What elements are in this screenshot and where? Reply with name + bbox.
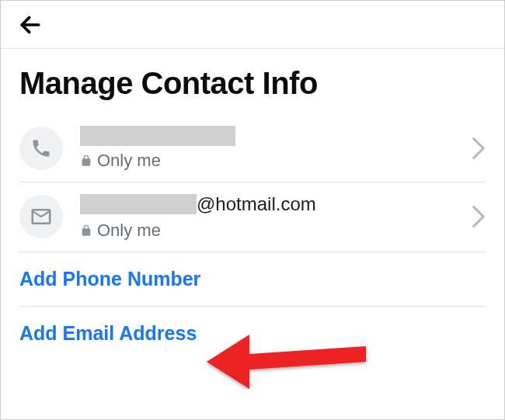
add-phone-row[interactable]: Add Phone Number — [19, 252, 486, 307]
email-value: @hotmail.com — [80, 193, 465, 216]
phone-icon-circle — [19, 127, 63, 170]
page-title-wrap: Manage Contact Info — [1, 49, 504, 115]
phone-icon — [30, 137, 52, 159]
phone-redacted — [80, 126, 235, 146]
phone-value — [80, 126, 465, 146]
email-privacy-text: Only me — [97, 220, 161, 241]
top-bar — [1, 1, 504, 49]
phone-row[interactable]: Only me — [19, 115, 486, 182]
lock-icon — [80, 224, 92, 237]
email-privacy: Only me — [80, 220, 465, 241]
phone-privacy-text: Only me — [97, 151, 161, 171]
email-redacted — [80, 194, 197, 214]
add-email-row[interactable]: Add Email Address — [19, 307, 486, 360]
back-arrow-icon — [18, 12, 43, 37]
email-row[interactable]: @hotmail.com Only me — [19, 182, 486, 252]
contact-list: Only me @hotmail.com Only me — [1, 115, 504, 360]
back-button[interactable] — [15, 9, 46, 40]
envelope-icon — [30, 205, 53, 228]
chevron-right-icon — [472, 206, 486, 227]
add-email-link: Add Email Address — [19, 322, 197, 344]
email-content: @hotmail.com Only me — [80, 193, 465, 241]
email-suffix: @hotmail.com — [197, 193, 316, 216]
lock-icon — [80, 154, 92, 167]
page-title: Manage Contact Info — [19, 66, 486, 101]
phone-privacy: Only me — [80, 151, 465, 171]
chevron-right-icon — [472, 137, 486, 159]
add-phone-link: Add Phone Number — [19, 268, 200, 290]
email-icon-circle — [19, 195, 63, 238]
phone-content: Only me — [80, 126, 465, 171]
